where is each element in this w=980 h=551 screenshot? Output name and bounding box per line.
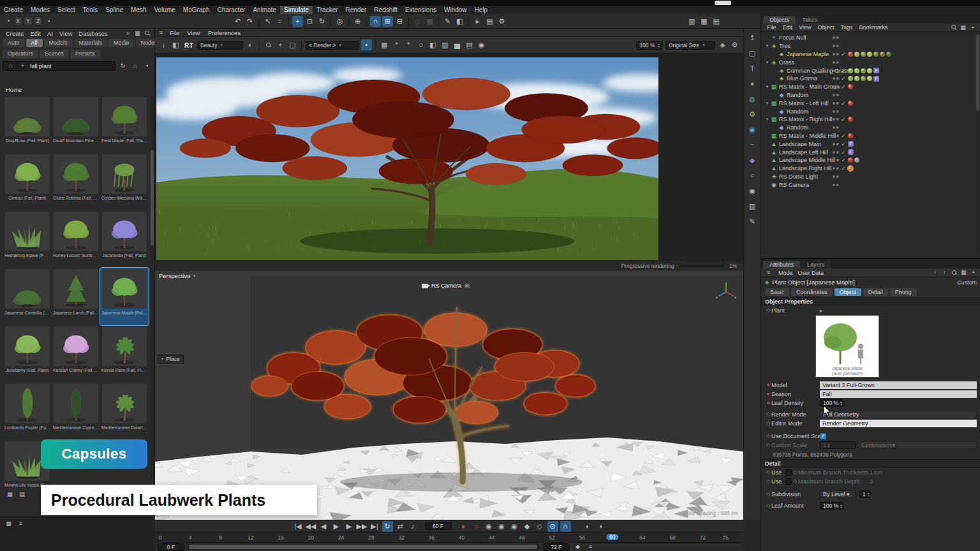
attr-otab-phong[interactable]: Phong (890, 288, 917, 296)
material-swatch[interactable] (848, 166, 853, 171)
object-row-rs-matrix-right-hill[interactable]: ▾▦RS Matrix - Right Hill✓ (761, 115, 980, 124)
axis-lock-y[interactable]: Y (24, 17, 33, 26)
om-tab-objects[interactable]: Objects (763, 16, 796, 24)
visibility-dot[interactable] (836, 167, 839, 170)
axis-icon[interactable]: ◇ (412, 16, 423, 27)
menu-redshift[interactable]: Redshift (370, 6, 401, 14)
filter-icon[interactable]: ◈ (717, 40, 728, 50)
rv-menu-file[interactable]: File (166, 29, 183, 37)
animate-diamond-icon[interactable]: ◇ (765, 478, 771, 484)
animate-diamond-icon[interactable]: ◇ (765, 411, 771, 417)
range-start-field[interactable]: 0 F (158, 543, 184, 551)
ab-subtab-scenes[interactable]: Scenes (40, 50, 69, 58)
menu-tools[interactable]: Tools (79, 6, 101, 14)
ruler-tick[interactable]: 24 (338, 534, 344, 541)
ab-tab-media[interactable]: Media (108, 39, 135, 47)
enabled-check-icon[interactable]: ✓ (840, 133, 847, 139)
search-icon[interactable] (949, 24, 958, 32)
menu-modes[interactable]: Modes (27, 6, 54, 14)
material-swatch[interactable] (886, 52, 891, 57)
perspective-viewport[interactable]: Perspective▾ RS Camera ◎ ▾ Place Grid Sp… (155, 270, 743, 520)
rotate-icon[interactable]: ↻ (316, 16, 327, 27)
visibility-dot[interactable] (833, 184, 835, 186)
material-swatch[interactable] (867, 52, 872, 57)
visibility-dot[interactable] (833, 159, 835, 161)
object-name[interactable]: RS Matrix - Middle Hill (779, 133, 836, 139)
mograph-icon[interactable]: ◆ (747, 155, 758, 166)
object-row-tree[interactable]: ▾♣Tree (761, 42, 980, 50)
move-icon[interactable]: + (292, 16, 303, 27)
animate-diamond-icon[interactable]: ◇ (792, 469, 798, 475)
enabled-check-icon[interactable]: ✓ (840, 51, 847, 57)
om-menu-bookmarks[interactable]: Bookmarks (856, 24, 891, 32)
titlebar-tab[interactable] (715, 1, 731, 5)
asset-tile-mediterranean-dwarf-palm-fall-plant[interactable]: Mediterranean Dwarf Palm (Fall, Plant) (100, 383, 149, 440)
ping-icon[interactable]: ⇄ (395, 521, 406, 532)
dropdown-season[interactable]: Fall (820, 390, 977, 398)
ab-subtab-presets[interactable]: Presets (70, 50, 100, 58)
axis-lock-x[interactable]: X (13, 17, 22, 26)
material-swatch[interactable] (880, 52, 885, 57)
object-name[interactable]: Landscape Middle Hill (779, 157, 835, 163)
keyframe-dot-icon[interactable]: ● (765, 400, 771, 406)
object-row-random[interactable]: ◆Random (761, 91, 980, 99)
home-icon[interactable]: ⌂ (131, 62, 139, 70)
visibility-dot[interactable] (836, 77, 839, 80)
om-menu-file[interactable]: File (764, 24, 780, 32)
field-tag[interactable]: F (848, 149, 854, 155)
visibility-dot[interactable] (836, 175, 839, 178)
place-tool-popup[interactable]: ▾ Place (158, 355, 184, 364)
ruler-tick[interactable]: 16 (278, 534, 283, 541)
stepper-icon[interactable]: ▴▾ (828, 443, 830, 448)
ruler-tick[interactable]: 12 (248, 534, 253, 541)
number-field[interactable]: 100 %▴▾ (820, 502, 844, 510)
asset-tile-dwarf-mountain-pine-fall-plant[interactable]: Dwarf Mountain Pine (Fall, Plant) (52, 96, 100, 153)
ruler-tick[interactable]: 75 (722, 534, 728, 541)
live-select-icon[interactable]: ○ (274, 16, 285, 27)
menu-mograph[interactable]: MoGraph (179, 6, 214, 14)
menu-render[interactable]: Render (342, 6, 371, 14)
subdivision-mode-dropdown[interactable]: By Level ▾ (820, 490, 856, 498)
ruler-tick[interactable]: 40 (459, 534, 464, 541)
record-parameter-icon[interactable]: ◆ (522, 521, 533, 532)
object-name[interactable]: Japanese Maple (787, 51, 829, 57)
om-menu-object[interactable]: Object (814, 24, 837, 32)
visibility-dot[interactable] (836, 110, 839, 113)
simulate-icon[interactable]: ⚙ (747, 109, 758, 120)
camera-label[interactable]: RS Camera ◎ (422, 283, 470, 289)
visibility-dot[interactable] (836, 36, 839, 39)
menu-extensions[interactable]: Extensions (401, 6, 440, 14)
stepper-icon[interactable]: ▴▾ (868, 492, 870, 497)
ruler-tick[interactable]: 32 (398, 534, 404, 541)
home-icon[interactable]: ⌂ (6, 62, 15, 70)
object-name[interactable]: RS Matrix - Right Hill (779, 116, 833, 122)
attr-otab-coordinates[interactable]: Coordinates (791, 288, 833, 296)
enabled-check-icon[interactable]: ✓ (840, 157, 847, 163)
rv-menu-view[interactable]: View (183, 29, 204, 37)
record-position-icon[interactable]: ◉ (484, 521, 494, 532)
ruler-tick[interactable]: 48 (519, 534, 524, 541)
expand-arrow-icon[interactable]: ▸ (820, 307, 823, 314)
visibility-dot[interactable] (836, 126, 839, 129)
object-row-blue-grama[interactable]: ♣Blue Grama✓F (761, 75, 980, 83)
object-name[interactable]: Tree (779, 43, 791, 49)
object-name[interactable]: Landscape Right Hill (779, 165, 832, 172)
material-swatch[interactable] (848, 158, 853, 163)
expander-icon[interactable]: ▾ (764, 84, 770, 89)
quality-dropdown[interactable]: Beauty▾ (197, 41, 243, 50)
custom-label[interactable]: Custom (957, 279, 977, 286)
visibility-dot[interactable] (833, 175, 835, 178)
lock-icon[interactable]: ▪ (969, 268, 977, 277)
keyframe-selection-icon[interactable]: ⊙ (547, 521, 558, 532)
checkbox-use[interactable] (785, 469, 792, 476)
workplane-icon[interactable]: ▦ (424, 16, 435, 27)
pointer-icon[interactable]: ↖ (262, 16, 273, 27)
asset-tile-globe-robinia-fall-plant[interactable]: Globe Robinia (Fall, Plant) (52, 153, 100, 210)
visibility-dot[interactable] (833, 110, 835, 113)
crop-icon[interactable]: ▢ (287, 40, 298, 50)
save-icon[interactable]: ↓ (158, 40, 169, 50)
asset-tile-hedgehog-agave-fall-plant[interactable]: Hedgehog Agave (Fall, Plant) (3, 210, 52, 268)
ruler-tick[interactable]: 4 (189, 534, 192, 541)
dropdown-editor-mode[interactable]: Render Geometry (820, 420, 977, 427)
visibility-dot[interactable] (833, 70, 835, 72)
